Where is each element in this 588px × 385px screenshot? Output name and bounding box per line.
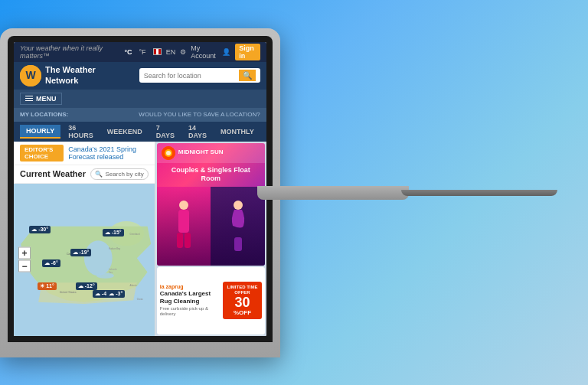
editors-choice-bar: EDITOR'S CHOICE Canada's 2021 Spring For… — [14, 142, 155, 165]
main-content: EDITOR'S CHOICE Canada's 2021 Spring For… — [14, 142, 266, 336]
screen-bezel: Your weather when it really matters™ °C … — [8, 36, 273, 342]
weather-marker-5: ☀ 11° — [38, 282, 57, 290]
fahrenheit-toggle[interactable]: °F — [137, 47, 149, 57]
midnight-sun-image-1 — [157, 187, 211, 266]
midnight-sun-header: MIDNIGHT SUN — [157, 143, 265, 163]
header-search[interactable]: 🔍 — [139, 68, 260, 83]
gear-icon[interactable]: ⚙ — [180, 48, 186, 56]
rug-logo: ia zaprug — [160, 283, 223, 290]
laptop-base — [257, 186, 409, 200]
svg-rect-22 — [234, 237, 242, 251]
svg-text:Sea: Sea — [109, 270, 113, 273]
map-container[interactable]: Canada Hudson Bay Greenland Labrador Sea… — [14, 184, 155, 336]
sign-in-button[interactable]: Sign in — [235, 44, 260, 60]
right-sidebar: MIDNIGHT SUN Couples & Singles Float Roo… — [155, 142, 266, 336]
tab-7days[interactable]: 7 DAYS — [150, 122, 181, 142]
weather-marker-8: ☁ -3° — [106, 290, 125, 298]
map-search-icon: 🔍 — [95, 171, 103, 178]
svg-rect-18 — [178, 210, 189, 233]
editors-choice-badge: EDITOR'S CHOICE — [20, 145, 64, 162]
flag-icon — [153, 48, 162, 55]
svg-point-16 — [166, 151, 171, 155]
svg-text:Greenland: Greenland — [130, 233, 140, 236]
rug-offer-label: LIMITED TIME OFFER — [226, 285, 259, 295]
laptop-screen: Your weather when it really matters™ °C … — [14, 42, 266, 336]
tab-monthly[interactable]: MONTHLY — [214, 126, 260, 138]
tab-36hours[interactable]: 36 HOURS — [62, 122, 100, 142]
person-icon: 👤 — [222, 48, 230, 56]
svg-text:Atlantic: Atlantic — [130, 283, 138, 286]
midnight-sun-image-2 — [211, 187, 265, 266]
svg-rect-20 — [185, 233, 191, 248]
topbar: Your weather when it really matters™ °C … — [14, 42, 266, 62]
map-svg: Canada Hudson Bay Greenland Labrador Sea… — [14, 184, 155, 336]
search-button[interactable]: 🔍 — [239, 70, 256, 81]
weather-marker-3: ☁ -19° — [70, 249, 92, 256]
tab-hourly[interactable]: HOURLY — [20, 125, 60, 139]
svg-point-4 — [84, 240, 113, 276]
logo-text: The Weather Network — [45, 65, 96, 85]
midnight-sun-images — [157, 187, 265, 266]
menu-label: MENU — [36, 95, 57, 103]
navbar: MENU — [14, 90, 266, 108]
laptop-base-bottom — [401, 190, 557, 196]
weather-marker-6: ☁ -12° — [76, 282, 97, 290]
rug-offer-badge: LIMITED TIME OFFER 30 %OFF — [223, 282, 262, 319]
midnight-sun-title: MIDNIGHT SUN — [178, 149, 224, 156]
my-account-link[interactable]: My Account — [191, 44, 217, 60]
map-title: Current Weather — [20, 169, 86, 178]
location-bar: MY LOCATIONS: WOULD YOU LIKE TO SAVE A L… — [14, 108, 266, 122]
nav-tabs: HOURLY 36 HOURS WEEKEND 7 DAYS 14 DAYS — [14, 122, 266, 142]
map-search[interactable]: 🔍 Search by city — [90, 168, 149, 180]
logo[interactable]: W The Weather Network — [20, 65, 96, 86]
svg-point-17 — [179, 201, 188, 210]
laptop-frame: Your weather when it really matters™ °C … — [0, 28, 280, 357]
weather-marker-4: ☁ -15° — [103, 229, 124, 237]
menu-button[interactable]: MENU — [20, 93, 62, 105]
search-input[interactable] — [144, 72, 236, 80]
weather-network-site: Your weather when it really matters™ °C … — [14, 42, 266, 336]
svg-text:Ocean: Ocean — [137, 298, 144, 301]
svg-text:United States: United States — [60, 291, 77, 294]
svg-text:Labrador: Labrador — [109, 268, 117, 271]
brand-line1: The Weather — [45, 65, 96, 75]
brand-line2: Network — [45, 76, 96, 86]
my-locations-label: MY LOCATIONS: — [20, 111, 68, 118]
zoom-out-button[interactable]: − — [18, 260, 31, 272]
svg-text:Hudson Bay: Hudson Bay — [109, 246, 121, 250]
map-area: EDITOR'S CHOICE Canada's 2021 Spring For… — [14, 142, 155, 336]
topbar-right: °C °F EN ⚙ My Account 👤 Sign in — [122, 44, 260, 60]
rug-cleaning-ad[interactable]: ia zaprug Canada's Largest Rug Cleaning … — [157, 267, 265, 334]
celsius-toggle[interactable]: °C — [122, 47, 134, 57]
editors-choice-link[interactable]: Canada's 2021 Spring Forecast released — [68, 145, 149, 161]
map-header: Current Weather 🔍 Search by city — [14, 165, 155, 184]
zoom-controls: + − — [18, 247, 31, 272]
rug-subtitle: Free curbside pick-up & delivery — [160, 306, 223, 318]
svg-text:W: W — [25, 69, 36, 81]
rug-offer-off: %OFF — [226, 309, 259, 316]
svg-rect-19 — [177, 233, 183, 248]
map-search-placeholder: Search by city — [106, 171, 144, 178]
weather-marker-1: ☁ -30° — [29, 226, 51, 233]
midnight-sun-subtitle: Couples & Singles Float Room — [157, 163, 265, 187]
site-header: W The Weather Network 🔍 — [14, 62, 266, 90]
midnight-sun-ad[interactable]: MIDNIGHT SUN Couples & Singles Float Roo… — [157, 143, 265, 266]
svg-point-21 — [234, 201, 243, 210]
language-toggle[interactable]: EN — [166, 48, 176, 56]
zoom-in-button[interactable]: + — [18, 247, 31, 259]
rug-offer-percent: 30 — [226, 295, 259, 309]
rug-title: Canada's Largest Rug Cleaning — [160, 290, 223, 306]
tab-14days[interactable]: 14 DAYS — [182, 122, 213, 142]
weather-marker-2: ☁ -6° — [42, 259, 60, 267]
midnight-sun-logo — [162, 146, 175, 160]
logo-icon: W — [20, 65, 41, 86]
hamburger-icon — [25, 96, 33, 101]
topbar-tagline: Your weather when it really matters™ — [20, 44, 122, 60]
save-location-prompt[interactable]: WOULD YOU LIKE TO SAVE A LOCATION? — [139, 111, 260, 118]
rug-ad-left: ia zaprug Canada's Largest Rug Cleaning … — [160, 283, 223, 318]
temp-toggle[interactable]: °C °F — [122, 47, 148, 57]
tab-weekend[interactable]: WEEKEND — [101, 126, 149, 138]
